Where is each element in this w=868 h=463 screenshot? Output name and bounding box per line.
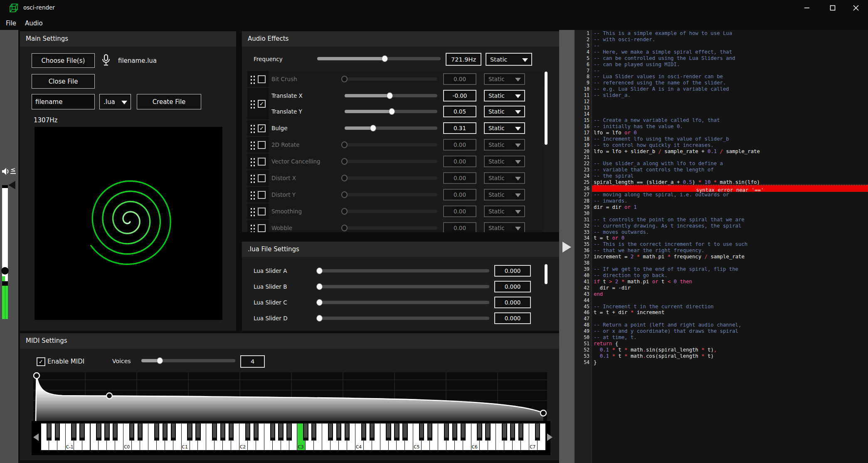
effect-slider[interactable] — [345, 125, 437, 131]
effect-value[interactable]: 0.00 — [443, 73, 476, 85]
code-line[interactable]: return { — [594, 341, 868, 347]
code-line[interactable]: -- can be played using MIDI. — [594, 62, 868, 68]
code-line[interactable]: -- Lua Slider values in osci-render can … — [594, 74, 868, 80]
code-line[interactable]: -- at time, t. — [594, 334, 868, 341]
black-key[interactable] — [278, 423, 283, 441]
code-line[interactable] — [594, 99, 868, 105]
menu-file[interactable]: File — [3, 19, 19, 28]
effect-slider[interactable] — [345, 175, 437, 181]
filename-input[interactable] — [32, 94, 95, 109]
effect-slider[interactable] — [345, 92, 437, 99]
effect-slider[interactable] — [345, 76, 437, 82]
black-key[interactable] — [361, 423, 366, 441]
effect-slider-knob[interactable] — [389, 108, 395, 115]
minimize-button[interactable] — [795, 0, 819, 16]
code-line[interactable] — [594, 260, 868, 266]
keyboard-scroll-left-icon[interactable] — [33, 433, 39, 441]
code-line[interactable]: -- currently drawing. As t increases, th… — [594, 223, 868, 229]
effect-value[interactable]: -0.00 — [443, 90, 476, 102]
effect-slider-track[interactable] — [345, 77, 437, 81]
create-file-button[interactable]: Create File — [137, 94, 201, 109]
code-line[interactable]: t = t + dir * increment — [594, 309, 868, 316]
effect-slider-track[interactable] — [345, 226, 437, 230]
lua-slider-knob[interactable] — [316, 299, 323, 306]
keyboard-scroll-right-icon[interactable] — [547, 433, 552, 441]
code-line[interactable]: -- — [594, 68, 868, 74]
enable-midi-checkbox[interactable]: ✓ — [37, 357, 45, 366]
code-line[interactable]: dir = dir or 1 — [594, 204, 868, 210]
code-line[interactable] — [594, 297, 868, 304]
code-line[interactable]: -- inwards. — [594, 198, 868, 204]
close-button[interactable] — [844, 0, 868, 16]
frequency-slider[interactable] — [317, 55, 441, 62]
black-key[interactable] — [212, 423, 217, 441]
effect-slider-track[interactable] — [345, 160, 437, 163]
voices-value[interactable]: 4 — [240, 355, 265, 368]
effect-mode-dropdown[interactable]: Static — [484, 189, 525, 201]
black-key[interactable] — [535, 423, 540, 441]
black-key[interactable] — [71, 423, 76, 441]
code-line[interactable]: -- initially has the value 0. — [594, 124, 868, 130]
lua-code-editor[interactable]: 1234567891011121314151617181920212223242… — [575, 30, 868, 463]
code-line[interactable]: if t > 2 * math.pi or t < 0 then — [594, 279, 868, 285]
black-key[interactable] — [254, 423, 259, 441]
lua-slider-track[interactable] — [320, 317, 489, 320]
effect-slider[interactable] — [345, 108, 437, 115]
code-line[interactable]: -- This is a simple example of how to us… — [594, 30, 868, 37]
black-key[interactable] — [220, 423, 225, 441]
code-line[interactable]: -- or x and y coordinate) that draws the… — [594, 328, 868, 334]
close-file-button[interactable]: Close File — [32, 74, 95, 89]
effect-mode-dropdown[interactable]: Static — [484, 206, 525, 217]
black-key[interactable] — [195, 423, 200, 441]
effects-scrollbar-track[interactable] — [545, 71, 547, 232]
effect-slider[interactable] — [345, 208, 437, 215]
black-key[interactable] — [47, 423, 52, 441]
effect-slider-track[interactable] — [345, 193, 437, 196]
black-key[interactable] — [402, 423, 407, 441]
lua-slider-value[interactable]: 0.000 — [494, 312, 531, 324]
effect-mode-dropdown[interactable]: Static — [484, 139, 525, 151]
code-line[interactable]: -- Create a new variable called lfo, tha… — [594, 117, 868, 124]
effect-slider-track[interactable] — [345, 210, 437, 213]
black-key[interactable] — [328, 423, 333, 441]
code-line[interactable]: dir = -dir — [594, 285, 868, 291]
attack-handle[interactable] — [34, 373, 39, 379]
lua-slider-track[interactable] — [320, 285, 489, 288]
effect-slider-track[interactable] — [345, 176, 437, 180]
code-line[interactable]: t = t or 0 — [594, 235, 868, 241]
decay-sustain-handle[interactable] — [106, 393, 112, 399]
lua-slider[interactable] — [320, 267, 489, 274]
effect-value[interactable]: 0.05 — [443, 106, 476, 117]
black-key[interactable] — [419, 423, 424, 441]
lua-slider[interactable] — [320, 283, 489, 290]
frequency-slider-track[interactable] — [317, 57, 441, 60]
black-key[interactable] — [113, 423, 118, 441]
black-key[interactable] — [461, 423, 466, 441]
black-key[interactable] — [444, 423, 449, 441]
effect-mode-dropdown[interactable]: Static — [484, 156, 525, 167]
play-icon[interactable] — [562, 242, 571, 253]
lua-slider[interactable] — [320, 299, 489, 306]
code-line[interactable]: -- This is the correct increment for t t… — [594, 241, 868, 248]
extension-dropdown[interactable]: .lua — [99, 94, 131, 109]
lua-slider-knob[interactable] — [316, 267, 323, 274]
frequency-slider-knob[interactable] — [382, 55, 388, 62]
effect-slider[interactable] — [345, 141, 437, 148]
black-key[interactable] — [336, 423, 341, 441]
voices-slider[interactable] — [141, 357, 235, 364]
effect-slider[interactable] — [345, 225, 437, 231]
black-key[interactable] — [370, 423, 375, 441]
frequency-value[interactable]: 721.9Hz — [446, 53, 481, 66]
code-line[interactable]: -- Here, we make a simple spiral effect,… — [594, 49, 868, 55]
code-line[interactable]: spiral_length == (slider_a + 0.5) * 10 *… — [594, 179, 868, 186]
black-key[interactable] — [303, 423, 308, 441]
code-line[interactable]: 0.1 * t * math.sin(spiral_length * t), — [594, 347, 868, 353]
volume-slider-track[interactable] — [2, 185, 8, 319]
code-line[interactable]: -- Increment t in the current direction — [594, 304, 868, 310]
black-key[interactable] — [245, 423, 250, 441]
code-line[interactable]: -- variable that controls the length of — [594, 167, 868, 173]
black-key[interactable] — [171, 423, 176, 441]
lua-slider-track[interactable] — [320, 301, 489, 304]
effect-value[interactable]: 0.31 — [443, 122, 476, 134]
black-key[interactable] — [79, 423, 84, 441]
